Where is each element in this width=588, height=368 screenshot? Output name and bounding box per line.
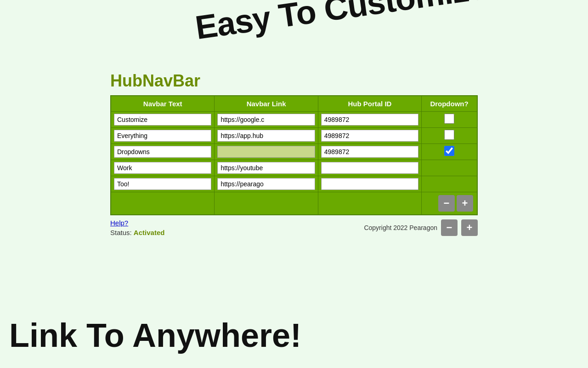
- footer-row: Help? Status: Activated Copyright 2022 P…: [110, 219, 478, 236]
- footer-left: Help? Status: Activated: [110, 219, 164, 236]
- navbar-link-input[interactable]: [217, 162, 315, 174]
- navbar-text-input[interactable]: [114, 162, 211, 174]
- hub-portal-id-input[interactable]: [321, 178, 418, 190]
- table-row: [111, 160, 477, 176]
- footer-minus-button[interactable]: −: [441, 219, 458, 236]
- hero-bottom: Link To Anywhere!: [9, 316, 301, 354]
- table-row: [111, 144, 477, 160]
- col-header-hub-portal-id: Hub Portal ID: [318, 96, 421, 112]
- row-plus-button[interactable]: +: [457, 195, 473, 212]
- navbar-text-input[interactable]: [114, 130, 211, 142]
- dropdown-checkbox[interactable]: [444, 146, 454, 156]
- dropdown-checkbox[interactable]: [444, 130, 454, 140]
- dropdown-checkbox[interactable]: [444, 114, 454, 124]
- help-link[interactable]: Help?: [110, 219, 164, 227]
- navbar-text-input[interactable]: [114, 178, 211, 190]
- hub-portal-id-input[interactable]: [321, 146, 418, 158]
- app-title: HubNavBar: [110, 71, 487, 91]
- dropdown-cell: [422, 160, 477, 176]
- hub-portal-id-input[interactable]: [321, 162, 418, 174]
- navbar-text-input[interactable]: [114, 114, 211, 126]
- footer-right: Copyright 2022 Pearagon − +: [364, 219, 478, 236]
- col-header-navbar-link: Navbar Link: [215, 96, 318, 112]
- col-header-navbar-text: Navbar Text: [111, 96, 215, 112]
- hub-portal-id-input[interactable]: [321, 130, 418, 142]
- row-minus-button[interactable]: −: [438, 195, 455, 212]
- hub-portal-id-input[interactable]: [321, 114, 418, 126]
- footer-plus-button[interactable]: +: [461, 219, 478, 236]
- status-activated: Activated: [134, 229, 165, 236]
- table-row: [111, 176, 477, 192]
- main-container: HubNavBar Navbar Text Navbar Link Hub Po…: [110, 71, 487, 236]
- dropdown-cell: [422, 144, 477, 160]
- navbar-link-input[interactable]: [217, 178, 315, 190]
- button-row: −+: [111, 192, 477, 215]
- nav-table: Navbar Text Navbar Link Hub Portal ID Dr…: [110, 95, 478, 215]
- dropdown-cell: [422, 176, 477, 192]
- col-header-dropdown: Dropdown?: [422, 96, 477, 112]
- dropdown-cell: [422, 112, 477, 128]
- navbar-link-input[interactable]: [217, 146, 315, 158]
- hero-title: Easy To Customize!: [193, 0, 499, 46]
- row-buttons-cell: −+: [422, 192, 477, 215]
- status-prefix: Status:: [110, 229, 134, 236]
- empty-cell-2: [215, 192, 318, 215]
- empty-cell-1: [111, 192, 215, 215]
- navbar-text-input[interactable]: [114, 146, 211, 158]
- status-text: Status: Activated: [110, 229, 164, 236]
- empty-cell-3: [318, 192, 421, 215]
- navbar-link-input[interactable]: [217, 114, 315, 126]
- copyright-text: Copyright 2022 Pearagon: [364, 224, 437, 231]
- table-row: [111, 112, 477, 128]
- navbar-link-input[interactable]: [217, 130, 315, 142]
- table-row: [111, 128, 477, 144]
- dropdown-cell: [422, 128, 477, 144]
